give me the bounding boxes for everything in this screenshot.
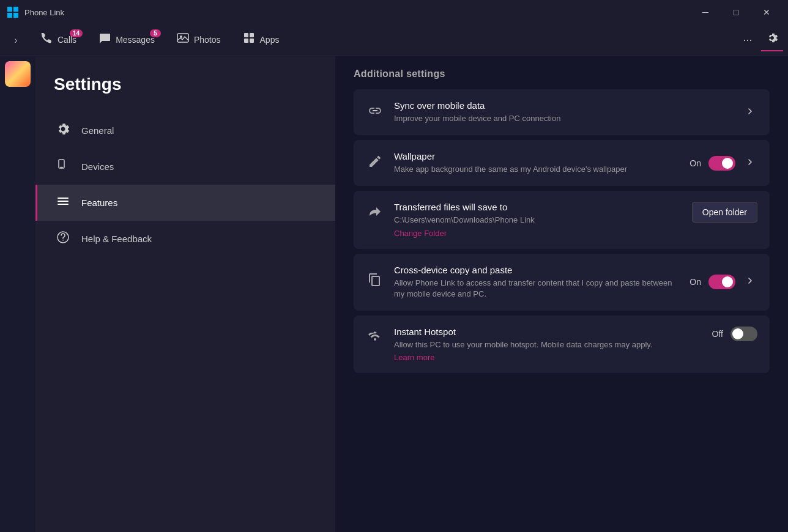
settings-button[interactable]: [761, 29, 783, 51]
window-controls: ─ □ ✕: [691, 2, 781, 22]
sync-icon: [366, 103, 384, 122]
hotspot-desc: Allow this PC to use your mobile hotspot…: [394, 339, 702, 350]
title-bar: Phone Link ─ □ ✕: [0, 0, 788, 24]
svg-rect-16: [373, 110, 377, 111]
wallpaper-icon: [366, 154, 384, 172]
wallpaper-content: Wallpaper Make app background the same a…: [394, 151, 680, 175]
messages-icon: [98, 32, 111, 47]
tab-messages-label: Messages: [116, 35, 155, 45]
nav-back-button[interactable]: ›: [5, 29, 27, 51]
transfer-action: Open folder: [692, 202, 757, 223]
sync-title: Sync over mobile data: [394, 100, 733, 111]
card-wallpaper: Wallpaper Make app background the same a…: [354, 140, 770, 186]
wallpaper-desc: Make app background the same as my Andro…: [394, 164, 680, 175]
sync-content: Sync over mobile data Improve your mobil…: [394, 100, 733, 124]
help-icon: [56, 231, 70, 247]
copy-paste-action: On: [690, 273, 757, 290]
sidebar-item-devices[interactable]: Devices: [35, 149, 335, 185]
hotspot-icon: [366, 329, 384, 347]
minimize-button[interactable]: ─: [691, 2, 719, 22]
change-folder-link[interactable]: Change Folder: [394, 229, 682, 238]
svg-rect-6: [244, 33, 248, 37]
copy-paste-toggle-label: On: [690, 277, 701, 287]
app-icon: [7, 7, 18, 18]
main-layout: Settings General Devices: [0, 56, 788, 532]
hotspot-action: Off: [712, 327, 757, 341]
copy-paste-chevron[interactable]: [743, 273, 757, 290]
wallpaper-toggle-label: On: [690, 158, 701, 168]
more-button[interactable]: ···: [737, 29, 759, 51]
tab-photos-label: Photos: [194, 35, 221, 45]
sync-action: [743, 104, 757, 121]
copy-paste-content: Cross-device copy and paste Allow Phone …: [394, 265, 680, 300]
tab-apps[interactable]: Apps: [232, 24, 291, 56]
svg-rect-7: [250, 33, 254, 37]
devices-label: Devices: [81, 161, 114, 172]
apps-icon: [243, 32, 255, 47]
nav-actions: ···: [737, 29, 783, 51]
copy-paste-icon: [366, 273, 384, 291]
copy-paste-desc: Allow Phone Link to access and transfer …: [394, 278, 680, 300]
card-sync-mobile-data: Sync over mobile data Improve your mobil…: [354, 89, 770, 135]
close-button[interactable]: ✕: [753, 2, 781, 22]
nav-tabs: Calls 14 Messages 5 Photos: [29, 24, 734, 56]
app-title: Phone Link: [24, 8, 685, 17]
hotspot-content: Instant Hotspot Allow this PC to use you…: [394, 327, 702, 362]
settings-icon: [766, 32, 778, 47]
calls-badge: 14: [70, 29, 83, 37]
chevron-right-icon: ›: [14, 35, 17, 46]
sidebar-nav: General Devices: [35, 113, 335, 257]
general-label: General: [81, 125, 114, 136]
phone-avatar: [5, 61, 31, 87]
tab-photos[interactable]: Photos: [166, 24, 232, 56]
toggle-knob: [732, 328, 743, 339]
svg-rect-4: [177, 34, 188, 42]
svg-rect-2: [7, 13, 12, 18]
card-copy-paste: Cross-device copy and paste Allow Phone …: [354, 254, 770, 311]
help-label: Help & Feedback: [81, 234, 152, 244]
toggle-knob: [722, 158, 733, 169]
hotspot-toggle[interactable]: [730, 327, 757, 341]
maximize-button[interactable]: □: [722, 2, 750, 22]
sidebar: Settings General Devices: [35, 56, 335, 532]
sidebar-item-features[interactable]: Features: [35, 185, 335, 221]
tab-messages[interactable]: Messages 5: [87, 24, 166, 56]
tab-apps-label: Apps: [260, 35, 280, 45]
card-transferred-files: Transferred files will save to C:\Users\…: [354, 191, 770, 248]
sidebar-item-help[interactable]: Help & Feedback: [35, 221, 335, 257]
messages-badge: 5: [150, 29, 161, 37]
transfer-icon: [366, 204, 384, 223]
wallpaper-toggle[interactable]: [708, 156, 735, 171]
devices-icon: [56, 158, 70, 175]
features-icon: [56, 194, 70, 211]
svg-rect-1: [13, 7, 18, 12]
transfer-content: Transferred files will save to C:\Users\…: [394, 202, 682, 237]
content-area: Additional settings Sync over mobile dat…: [335, 56, 788, 532]
content-inner: Additional settings Sync over mobile dat…: [335, 56, 788, 396]
nav-bar: › Calls 14 Messages 5: [0, 24, 788, 56]
wallpaper-chevron[interactable]: [743, 155, 757, 172]
tab-calls[interactable]: Calls 14: [29, 24, 87, 56]
card-instant-hotspot: Instant Hotspot Allow this PC to use you…: [354, 316, 770, 373]
transfer-desc: C:\Users\venom\Downloads\Phone Link: [394, 215, 682, 226]
features-label: Features: [81, 198, 117, 208]
open-folder-button[interactable]: Open folder: [692, 202, 757, 223]
sync-desc: Improve your mobile device and PC connec…: [394, 113, 733, 124]
svg-rect-9: [250, 39, 254, 43]
wallpaper-title: Wallpaper: [394, 151, 680, 161]
hotspot-title: Instant Hotspot: [394, 327, 702, 337]
copy-paste-toggle[interactable]: [708, 275, 735, 289]
learn-more-link[interactable]: Learn more: [394, 353, 702, 362]
hotspot-toggle-label: Off: [712, 329, 723, 339]
sidebar-item-general[interactable]: General: [35, 113, 335, 149]
section-title: Additional settings: [354, 56, 770, 89]
more-icon: ···: [743, 34, 752, 46]
toggle-knob: [722, 276, 733, 287]
sidebar-title: Settings: [35, 68, 335, 113]
transfer-title: Transferred files will save to: [394, 202, 682, 212]
photos-icon: [177, 32, 189, 47]
copy-paste-title: Cross-device copy and paste: [394, 265, 680, 275]
avatar-image: [6, 62, 29, 86]
general-icon: [56, 122, 70, 139]
sync-chevron[interactable]: [743, 104, 757, 121]
